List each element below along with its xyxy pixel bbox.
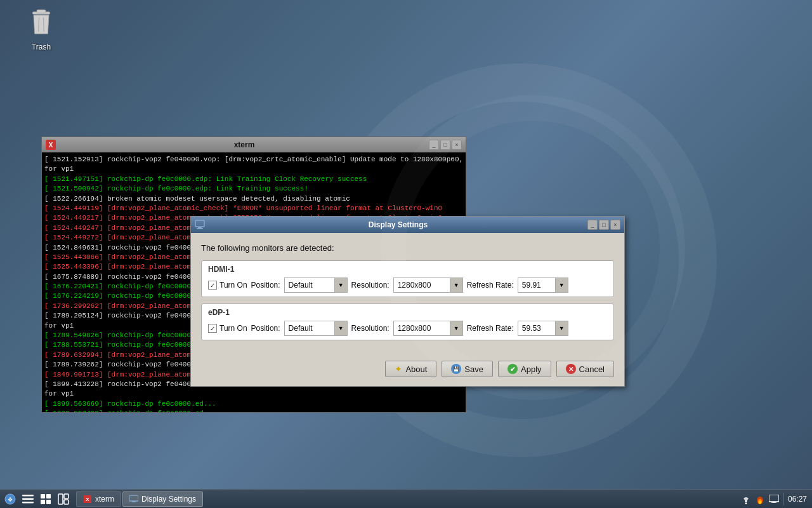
term-line: [ 1521.500942] rockchip-dp fe0c0000.edp:… — [44, 184, 463, 194]
xterm-controls: _ □ × — [429, 140, 462, 150]
taskbar-grid-icon[interactable] — [38, 491, 53, 507]
hdmi-resolution-dropdown[interactable]: 812x508 ▼ — [393, 277, 463, 293]
taskbar: ❖ — [0, 489, 812, 508]
taskbar-xterm-icon: X — [83, 495, 92, 504]
term-line: [ 1522.266194] broken atomic modeset use… — [44, 194, 463, 204]
dialog-titlebar: Display Settings _ □ × — [191, 217, 624, 233]
start-svg: ❖ — [4, 493, 16, 505]
hdmi-position-label: Position: — [251, 281, 280, 290]
edp-refresh-value: 59.53 — [518, 324, 555, 333]
edp-resolution-arrow[interactable]: ▼ — [450, 321, 462, 335]
hdmi-refresh-label: Refresh Rate: — [467, 281, 514, 290]
dialog-close-button[interactable]: × — [610, 220, 620, 230]
dialog-body: The following monitors are detected: HDM… — [191, 233, 624, 357]
term-line: [ 1521.152913] rockchip-vop2 fe040000.vo… — [44, 155, 463, 164]
xterm-maximize-button[interactable]: □ — [440, 140, 450, 150]
edp-resolution-value: 812x508 — [394, 324, 450, 333]
edp-refresh-label: Refresh Rate: — [467, 324, 514, 333]
xterm-close-button[interactable]: × — [452, 140, 462, 150]
about-label: About — [405, 364, 427, 374]
hdmi-resolution-label: Resolution: — [351, 281, 390, 290]
cancel-label: Cancel — [579, 364, 605, 374]
edp-position-label: Position: — [251, 324, 280, 333]
edp-refresh-dropdown[interactable]: 59.53 ▼ — [518, 321, 568, 336]
term-line: for vp1 — [44, 389, 463, 399]
dialog-footer: ✦ About 💾 Save ✔ Apply ✕ Cancel — [191, 357, 624, 386]
monitor-icon — [195, 220, 205, 230]
tray-fire-icon[interactable] — [754, 493, 766, 505]
apps-svg — [58, 493, 69, 505]
hdmi-checkbox-container: ✓ Turn On — [208, 281, 247, 290]
dialog-maximize-button[interactable]: □ — [599, 220, 609, 230]
dialog-controls: _ □ × — [587, 220, 620, 230]
hdmi-checkbox[interactable]: ✓ — [208, 281, 217, 290]
hdmi-row: ✓ Turn On Position: Default ▼ Resolution… — [208, 277, 607, 293]
apply-button[interactable]: ✔ Apply — [498, 361, 551, 377]
xterm-logo-icon: X — [46, 140, 56, 150]
about-star-icon: ✦ — [395, 364, 402, 374]
svg-rect-9 — [22, 495, 34, 497]
about-button[interactable]: ✦ About — [385, 361, 436, 377]
svg-rect-18 — [64, 500, 69, 504]
edp-resolution-dropdown[interactable]: 812x508 ▼ — [393, 321, 463, 336]
hdmi-position-arrow[interactable]: ▼ — [334, 278, 347, 292]
svg-rect-13 — [46, 494, 51, 498]
svg-line-3 — [43, 17, 44, 31]
edp-position-arrow[interactable]: ▼ — [334, 321, 347, 335]
edp-resolution-label: Resolution: — [351, 324, 390, 333]
taskbar-items: X xterm Display Settings — [74, 491, 735, 507]
svg-rect-16 — [58, 494, 63, 504]
xterm-minimize-button[interactable]: _ — [429, 140, 439, 150]
svg-text:X: X — [86, 497, 89, 502]
grid-svg — [41, 494, 51, 504]
menu-svg — [22, 495, 34, 504]
svg-point-27 — [759, 500, 761, 504]
svg-text:❖: ❖ — [8, 497, 13, 503]
save-disk-icon: 💾 — [451, 364, 461, 374]
edp-checkbox[interactable]: ✓ — [208, 324, 217, 333]
hdmi-resolution-arrow[interactable]: ▼ — [450, 278, 462, 292]
taskbar-left: ❖ — [0, 491, 74, 507]
edp-position-dropdown[interactable]: Default ▼ — [284, 321, 348, 336]
svg-rect-10 — [22, 498, 34, 500]
hdmi-refresh-arrow[interactable]: ▼ — [555, 278, 568, 292]
save-button[interactable]: 💾 Save — [442, 361, 493, 377]
taskbar-clock: 06:27 — [788, 495, 807, 504]
taskbar-apps-icon[interactable] — [56, 491, 71, 507]
term-line: for vp1 — [44, 164, 463, 174]
dialog-title: Display Settings — [209, 220, 587, 229]
hdmi-turn-on-label: Turn On — [219, 281, 247, 290]
svg-rect-11 — [22, 502, 34, 504]
trash-label: Trash — [32, 43, 51, 51]
svg-rect-12 — [41, 494, 45, 498]
svg-line-2 — [39, 17, 39, 31]
term-line: [ 1899.557483] rockchip-dp fe0c0000.ed..… — [44, 409, 463, 412]
display-settings-dialog: Display Settings _ □ × The following mon… — [190, 216, 625, 387]
edp-checkbox-container: ✓ Turn On — [208, 324, 247, 333]
cancel-x-icon: ✕ — [566, 364, 576, 374]
hdmi-resolution-value: 812x508 — [394, 281, 450, 290]
svg-point-24 — [745, 502, 747, 504]
taskbar-xterm-item[interactable]: X xterm — [76, 491, 121, 507]
trash-icon[interactable]: Trash — [22, 8, 60, 52]
hdmi-position-dropdown[interactable]: Default ▼ — [284, 277, 348, 293]
svg-rect-21 — [129, 495, 138, 501]
cancel-button[interactable]: ✕ Cancel — [556, 361, 614, 377]
hdmi-position-value: Default — [285, 281, 334, 290]
xterm-titlebar: X xterm _ □ × — [42, 137, 466, 152]
edp-section: eDP-1 ✓ Turn On Position: Default ▼ Reso… — [201, 304, 614, 340]
svg-rect-4 — [195, 220, 204, 227]
term-line: [ 1524.449119] [drm:vop2_plane_atomic_ch… — [44, 204, 463, 213]
edp-refresh-arrow[interactable]: ▼ — [555, 321, 568, 335]
tray-network-icon[interactable] — [740, 493, 752, 505]
dialog-minimize-button[interactable]: _ — [587, 220, 598, 230]
taskbar-display-item[interactable]: Display Settings — [122, 491, 203, 507]
hdmi-label: HDMI-1 — [208, 265, 607, 274]
taskbar-start-icon[interactable]: ❖ — [3, 491, 18, 507]
tray-display-tray-icon[interactable] — [768, 493, 780, 505]
svg-rect-17 — [64, 494, 69, 498]
hdmi-refresh-dropdown[interactable]: 59.91 ▼ — [518, 277, 568, 293]
apply-label: Apply — [521, 364, 542, 374]
taskbar-menu-icon[interactable] — [20, 491, 36, 507]
hdmi-refresh-value: 59.91 — [518, 281, 555, 290]
